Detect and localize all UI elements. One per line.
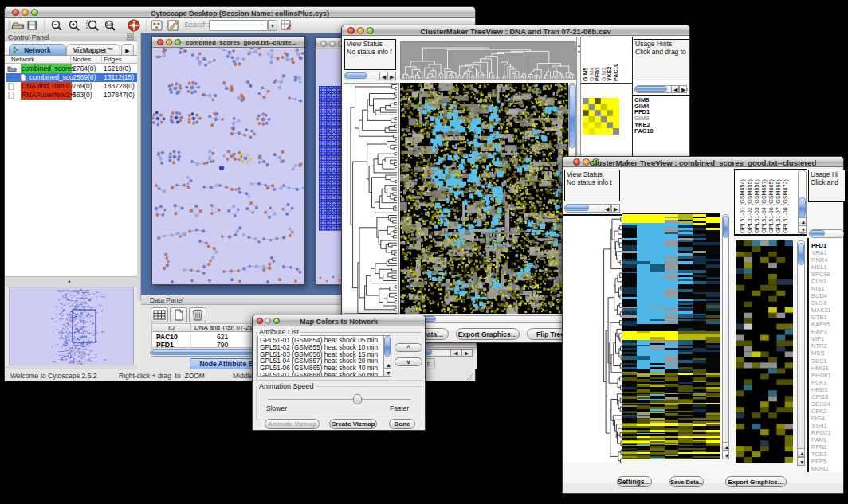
svg-text:GIM4: GIM4 — [589, 68, 595, 81]
svg-text:GPL51-08 (GSM872): GPL51-08 (GSM872) — [782, 179, 789, 233]
svg-text:GPL51-02 (GSM855): GPL51-02 (GSM855) — [746, 179, 753, 233]
svg-text:GPL51-01 (GSM854): GPL51-01 (GSM854) — [739, 179, 746, 233]
svg-text:GIM3: GIM3 — [601, 68, 607, 81]
svg-text:GIM5: GIM5 — [583, 68, 588, 81]
svg-text:PAC10: PAC10 — [613, 64, 618, 81]
svg-text:GPL51-06 (GSM865): GPL51-06 (GSM865) — [768, 179, 775, 233]
svg-text:1:1: 1:1 — [106, 22, 112, 27]
svg-text:GPL51-03 (GSM856): GPL51-03 (GSM856) — [753, 179, 760, 233]
svg-text:GPL51-04 (GSM857): GPL51-04 (GSM857) — [760, 179, 768, 233]
svg-text:GPL51-07 (GSM868): GPL51-07 (GSM868) — [775, 179, 782, 233]
svg-text:YKE2: YKE2 — [607, 67, 612, 81]
svg-text:PFD1: PFD1 — [595, 67, 600, 81]
